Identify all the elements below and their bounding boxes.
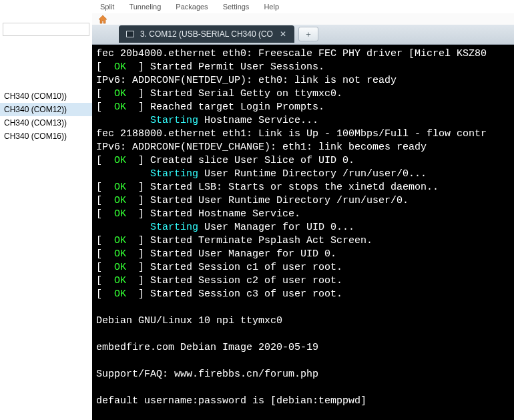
plus-icon: ＋ — [304, 29, 312, 40]
terminal-icon — [125, 29, 135, 39]
tab-title: 3. COM12 (USB-SERIAL CH340 (CO — [140, 29, 273, 39]
svg-rect-1 — [127, 31, 134, 37]
menu-item[interactable]: Tunneling — [129, 0, 161, 13]
main-area: SplitTunnelingPackagesSettingsHelp 3. CO… — [92, 0, 514, 420]
close-icon[interactable]: ✕ — [278, 29, 288, 39]
sidebar-item[interactable]: CH340 (COM12)) — [0, 103, 92, 116]
terminal-output[interactable]: fec 20b4000.ethernet eth0: Freescale FEC… — [92, 45, 514, 420]
toolbar — [92, 13, 514, 25]
sidebar-item[interactable]: CH340 (COM10)) — [0, 89, 92, 103]
add-tab-button[interactable]: ＋ — [298, 27, 318, 41]
sidebar-item[interactable]: CH340 (COM16)) — [0, 130, 92, 143]
sidebar: CH340 (COM10))CH340 (COM12))CH340 (COM13… — [0, 0, 92, 420]
sidebar-item[interactable]: CH340 (COM13)) — [0, 116, 92, 130]
tab-com12[interactable]: 3. COM12 (USB-SERIAL CH340 (CO ✕ — [119, 25, 294, 43]
home-icon[interactable] — [97, 14, 108, 25]
menu-item[interactable]: Packages — [176, 0, 208, 13]
menu-item[interactable]: Settings — [223, 0, 250, 13]
sidebar-session-list: CH340 (COM10))CH340 (COM12))CH340 (COM13… — [0, 89, 92, 143]
menu-item[interactable]: Help — [264, 0, 279, 13]
sidebar-filter-input[interactable] — [3, 23, 89, 36]
menu-item[interactable]: Split — [100, 0, 114, 13]
tab-bar: 3. COM12 (USB-SERIAL CH340 (CO ✕ ＋ — [92, 25, 514, 44]
menubar: SplitTunnelingPackagesSettingsHelp — [92, 0, 514, 13]
